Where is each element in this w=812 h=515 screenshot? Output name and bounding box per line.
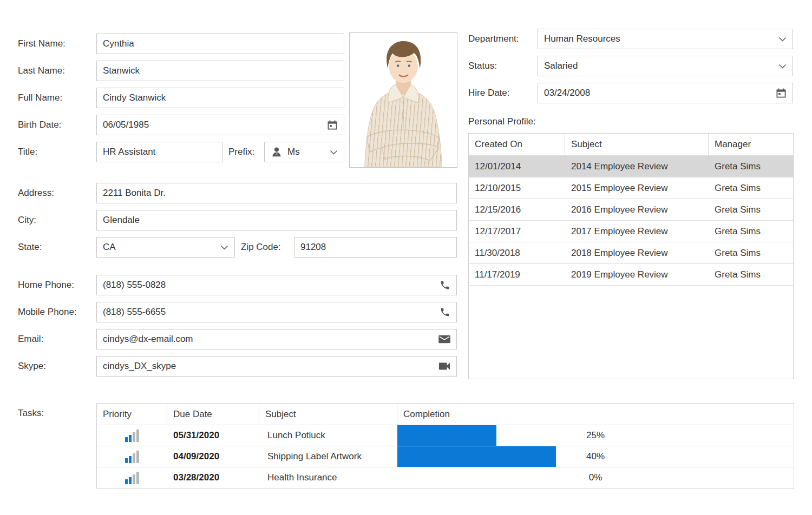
last-name-label: Last Name: — [18, 61, 65, 81]
tasks-col-subject[interactable]: Subject — [259, 404, 397, 425]
profile-row[interactable]: 11/17/2019 2019 Employee Review Greta Si… — [469, 263, 793, 285]
prefix-value: Ms — [287, 147, 300, 157]
task-row[interactable]: 05/31/2020 Lunch Potluck 25% — [97, 425, 794, 446]
chevron-down-icon[interactable] — [778, 64, 787, 69]
profile-col-manager[interactable]: Manager — [709, 134, 793, 155]
employee-profile-form: First Name: Last Name: Full Name: Birth … — [0, 0, 812, 515]
state-label: State: — [18, 237, 42, 258]
chevron-down-icon[interactable] — [778, 37, 787, 42]
profile-cell-created-on: 12/15/2016 — [469, 199, 565, 220]
task-due-date: 03/28/2020 — [167, 467, 259, 488]
calendar-icon[interactable] — [327, 120, 338, 130]
completion-percent: 40% — [397, 446, 794, 467]
hire-date-input[interactable]: 03/24/2008 — [538, 83, 793, 103]
home-phone-input[interactable]: (818) 555-0828 — [96, 275, 457, 295]
profile-row[interactable]: 12/15/2016 2016 Employee Review Greta Si… — [469, 199, 793, 220]
status-label: Status: — [468, 56, 497, 76]
personal-profile-label: Personal Profile: — [468, 116, 536, 127]
priority-bars-icon — [125, 471, 139, 484]
tasks-col-priority[interactable]: Priority — [97, 404, 167, 425]
personal-profile-table: Created On Subject Manager 12/01/2014 20… — [468, 133, 794, 379]
task-due-date: 04/09/2020 — [167, 446, 259, 467]
last-name-input[interactable]: Stanwick — [96, 61, 344, 81]
profile-cell-created-on: 12/01/2014 — [469, 156, 565, 177]
hire-date-value: 03/24/2008 — [544, 88, 590, 98]
task-subject: Lunch Potluck — [259, 425, 397, 446]
mobile-phone-input[interactable]: (818) 555-6655 — [96, 302, 457, 322]
home-phone-label: Home Phone: — [18, 275, 74, 295]
city-value: Glendale — [103, 215, 140, 226]
title-input[interactable]: HR Assistant — [96, 142, 222, 162]
profile-table-header: Created On Subject Manager — [469, 134, 793, 155]
profile-cell-manager: Greta Sims — [709, 221, 793, 242]
task-priority-cell — [97, 446, 167, 467]
status-value: Salaried — [544, 61, 578, 71]
video-camera-icon[interactable] — [438, 362, 450, 371]
profile-row[interactable]: 12/10/2015 2015 Employee Review Greta Si… — [469, 177, 793, 199]
profile-row[interactable]: 11/30/2018 2018 Employee Review Greta Si… — [469, 242, 793, 263]
profile-cell-subject: 2019 Employee Review — [565, 264, 709, 285]
address-label: Address: — [18, 183, 54, 203]
birth-date-input[interactable]: 06/05/1985 — [96, 115, 344, 135]
profile-cell-subject: 2015 Employee Review — [565, 177, 709, 199]
skype-value: cindys_DX_skype — [103, 361, 176, 372]
full-name-input[interactable]: Cindy Stanwick — [96, 88, 344, 108]
zip-code-label: Zip Code: — [241, 237, 281, 258]
first-name-label: First Name: — [18, 34, 66, 54]
profile-cell-created-on: 12/10/2015 — [469, 177, 565, 199]
title-label: Title: — [18, 142, 37, 162]
profile-cell-subject: 2018 Employee Review — [565, 242, 709, 263]
tasks-table-header: Priority Due Date Subject Completion — [97, 404, 794, 425]
skype-label: Skype: — [18, 356, 46, 377]
profile-cell-created-on: 12/17/2017 — [469, 221, 565, 242]
tasks-col-completion[interactable]: Completion — [397, 404, 794, 425]
prefix-label: Prefix: — [228, 142, 254, 162]
phone-icon[interactable] — [440, 307, 450, 318]
profile-cell-created-on: 11/17/2019 — [469, 264, 565, 285]
tasks-label: Tasks: — [18, 403, 44, 424]
full-name-value: Cindy Stanwick — [103, 93, 166, 103]
task-completion-cell: 40% — [397, 446, 794, 467]
title-value: HR Assistant — [103, 147, 155, 157]
city-label: City: — [18, 210, 36, 230]
department-dropdown[interactable]: Human Resources — [538, 29, 793, 49]
profile-row[interactable]: 12/01/2014 2014 Employee Review Greta Si… — [469, 155, 793, 177]
calendar-icon[interactable] — [776, 88, 787, 98]
first-name-input[interactable]: Cynthia — [96, 34, 344, 54]
employee-photo — [349, 32, 457, 168]
task-row[interactable]: 03/28/2020 Health Insurance 0% — [97, 467, 794, 488]
zip-code-input[interactable]: 91208 — [294, 237, 457, 258]
email-input[interactable]: cindys@dx-email.com — [96, 329, 457, 349]
department-value: Human Resources — [544, 34, 620, 44]
task-priority-cell — [97, 467, 167, 488]
last-name-value: Stanwick — [103, 65, 140, 76]
profile-cell-subject: 2014 Employee Review — [565, 156, 709, 177]
status-dropdown[interactable]: Salaried — [538, 56, 793, 76]
state-dropdown[interactable]: CA — [96, 237, 235, 258]
task-row[interactable]: 04/09/2020 Shipping Label Artwork 40% — [97, 446, 794, 467]
address-input[interactable]: 2211 Bonita Dr. — [96, 183, 457, 203]
home-phone-value: (818) 555-0828 — [103, 280, 166, 290]
profile-cell-subject: 2017 Employee Review — [565, 221, 709, 242]
phone-icon[interactable] — [440, 280, 450, 290]
mail-icon[interactable] — [438, 334, 450, 344]
employee-photo-illustration — [350, 33, 457, 167]
skype-input[interactable]: cindys_DX_skype — [96, 356, 457, 377]
profile-cell-manager: Greta Sims — [709, 242, 793, 263]
city-input[interactable]: Glendale — [96, 210, 457, 230]
profile-row[interactable]: 12/17/2017 2017 Employee Review Greta Si… — [469, 220, 793, 242]
task-subject: Shipping Label Artwork — [259, 446, 397, 467]
task-subject: Health Insurance — [259, 467, 397, 488]
chevron-down-icon[interactable] — [330, 150, 338, 155]
address-value: 2211 Bonita Dr. — [103, 188, 166, 199]
profile-cell-manager: Greta Sims — [709, 264, 793, 285]
email-value: cindys@dx-email.com — [103, 334, 193, 345]
profile-empty-area — [469, 285, 793, 379]
profile-col-created-on[interactable]: Created On — [469, 134, 565, 155]
first-name-value: Cynthia — [103, 38, 134, 49]
prefix-dropdown[interactable]: Ms — [264, 142, 344, 162]
chevron-down-icon[interactable] — [220, 245, 228, 250]
profile-col-subject[interactable]: Subject — [565, 134, 709, 155]
tasks-col-due-date[interactable]: Due Date — [167, 404, 259, 425]
profile-cell-created-on: 11/30/2018 — [469, 242, 565, 263]
